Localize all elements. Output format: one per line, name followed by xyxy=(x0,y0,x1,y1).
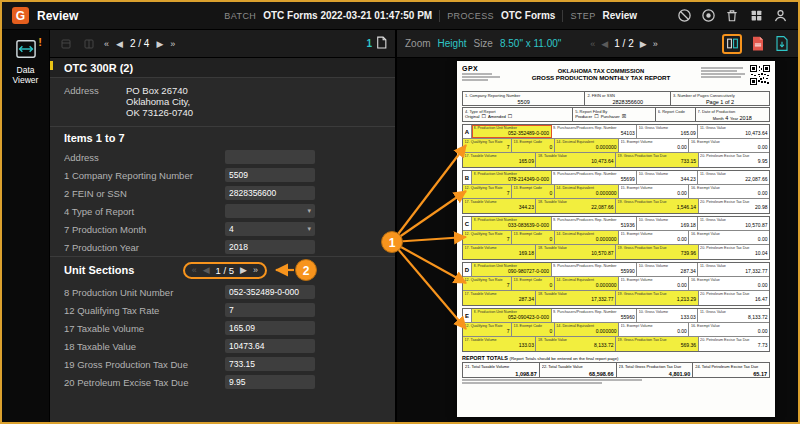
account-icon[interactable] xyxy=(772,8,788,24)
cell-rep-number: 9. Purchasers/Producers Rep. Number 5193… xyxy=(552,217,638,230)
cell-exempt-code[interactable]: 13. Exempt Code 0 xyxy=(512,185,555,198)
split-view-toggle[interactable] xyxy=(722,34,742,54)
grid-option-icon[interactable] xyxy=(81,36,97,52)
taxable-volume-field[interactable]: 165.09 xyxy=(225,321,315,335)
cell-gross-production-tax-due[interactable]: 19. Gross Production Tax Due 1,213.29 xyxy=(616,291,699,305)
batch-label: BATCH xyxy=(224,11,256,21)
type-of-report-select[interactable]: ▾ xyxy=(225,204,315,218)
app-logo[interactable]: G xyxy=(12,7,29,24)
cell-taxable-value[interactable]: 18. Taxable Value 22,087.66 xyxy=(536,199,616,213)
unit-prev-page-button[interactable]: ◀ xyxy=(203,265,210,275)
unit-next-page-button[interactable]: ▶ xyxy=(240,265,247,275)
production-unit-number-field[interactable]: 052-352489-0-000 xyxy=(225,285,315,299)
form-last-page-button[interactable]: » xyxy=(170,39,175,49)
report-totals: REPORT TOTALS (Report Totals should be e… xyxy=(462,355,770,384)
address-field[interactable] xyxy=(225,150,315,164)
cell-value: 8,133.72 xyxy=(700,314,768,320)
company-reporting-number-field[interactable]: 5509 xyxy=(225,168,315,182)
cell-value: 10,570.87 xyxy=(700,222,768,228)
cell-production-unit-number[interactable]: 8. Production Unit Number 052-090423-0-0… xyxy=(472,309,552,322)
viewer-prev-page-button[interactable]: ◀ xyxy=(601,39,608,49)
layout-option-icon[interactable] xyxy=(58,36,74,52)
cell-value: 133.03 xyxy=(639,314,696,320)
cell-decimal-equivalent[interactable]: 14. Decimal Equivalent 0.000000 xyxy=(555,231,619,244)
cell-qualifying-tax-rate[interactable]: 12. Qualifying Tax Rate 7 xyxy=(463,277,512,290)
cell-gross-value: 11. Gross Value 10,473.64 xyxy=(698,125,769,138)
cell-decimal-equivalent[interactable]: 14. Decimal Equivalent 0.000000 xyxy=(555,185,619,198)
cell-exempt-code[interactable]: 13. Exempt Code 0 xyxy=(512,277,555,290)
cell-gross-production-tax-due[interactable]: 19. Gross Production Tax Due 733.15 xyxy=(616,153,699,167)
cell-taxable-value[interactable]: 18. Taxable Value 8,133.72 xyxy=(536,337,616,351)
cell-qualifying-tax-rate[interactable]: 12. Qualifying Tax Rate 7 xyxy=(463,231,512,244)
document-count[interactable]: 1 xyxy=(366,36,387,51)
cell-exempt-code[interactable]: 13. Exempt Code 0 xyxy=(512,323,555,336)
cell-taxable-volume[interactable]: 17. Taxable Volume 344.23 xyxy=(463,199,536,213)
cell-value: 287.34 xyxy=(639,268,696,274)
cell-qualifying-tax-rate[interactable]: 12. Qualifying Tax Rate 7 xyxy=(463,323,512,336)
zoom-mode-select[interactable]: Height xyxy=(438,38,467,49)
cell-decimal-equivalent[interactable]: 14. Decimal Equivalent 0.000000 xyxy=(555,277,619,290)
sidebar-item-data-viewer[interactable]: ! Data Viewer xyxy=(2,36,49,88)
cell-exempt-code[interactable]: 13. Exempt Code 0 xyxy=(512,231,555,244)
field-value: 10473.64 xyxy=(229,341,311,351)
taxable-value-field[interactable]: 10473.64 xyxy=(225,339,315,353)
cell-production-unit-number[interactable]: 8. Production Unit Number 033-083639-0-0… xyxy=(472,217,552,230)
toolbar: « ◀ 2 / 4 ▶ » 1 Zoom Height Size xyxy=(50,30,798,58)
viewer-next-page-button[interactable]: ▶ xyxy=(640,39,647,49)
cell-taxable-volume[interactable]: 17. Taxable Volume 169.18 xyxy=(463,245,536,259)
production-year-field[interactable]: 2018 xyxy=(225,240,315,254)
fein-ssn-field[interactable]: 2828356600 xyxy=(225,186,315,200)
cell-gross-production-tax-due[interactable]: 19. Gross Production Tax Due 569.36 xyxy=(616,337,699,351)
form-first-page-button[interactable]: « xyxy=(104,39,109,49)
cell-value: 9.95 xyxy=(700,158,767,164)
cell-label: 11. Gross Value xyxy=(700,218,768,222)
report-section: E 8. Production Unit Number 052-090423-0… xyxy=(462,308,770,352)
petroleum-excise-tax-due-field[interactable]: 9.95 xyxy=(225,375,315,389)
doc-field-label: 5. Report Filed By xyxy=(575,109,653,114)
cell-value: 0.00 xyxy=(691,282,768,288)
cell-gross-production-tax-due[interactable]: 19. Gross Production Tax Due 739.96 xyxy=(616,245,699,259)
form-next-page-button[interactable]: ▶ xyxy=(156,39,163,49)
pdf-icon[interactable] xyxy=(750,36,766,52)
unit-last-page-button[interactable]: » xyxy=(253,265,258,275)
page-size-select[interactable]: 8.50" x 11.00" xyxy=(500,38,561,49)
viewer-last-page-button[interactable]: » xyxy=(653,39,658,49)
field-value: 2018 xyxy=(229,242,311,252)
viewer-first-page-button[interactable]: « xyxy=(590,39,595,49)
qualifying-tax-rate-field[interactable]: 7 xyxy=(225,303,315,317)
month-label: Month xyxy=(713,116,724,121)
cell-label: 20. Petroleum Excise Tax Due xyxy=(700,292,767,296)
unit-first-page-button[interactable]: « xyxy=(192,265,197,275)
ban-icon[interactable] xyxy=(676,8,692,24)
form-prev-page-button[interactable]: ◀ xyxy=(116,39,123,49)
cell-exempt-code[interactable]: 13. Exempt Code 0 xyxy=(512,139,555,152)
production-month-select[interactable]: 4 ▾ xyxy=(225,222,315,236)
cell-qualifying-tax-rate[interactable]: 12. Qualifying Tax Rate 7 xyxy=(463,139,512,152)
cell-taxable-volume[interactable]: 17. Taxable Volume 165.09 xyxy=(463,153,536,167)
gross-production-tax-due-field[interactable]: 733.15 xyxy=(225,357,315,371)
cell-label: 18. Taxable Value xyxy=(538,246,614,250)
record-icon[interactable] xyxy=(700,8,716,24)
tax-report-document[interactable]: GPX OKLAHOMA TAX COMMISSION GROSS PRODUC… xyxy=(457,61,775,417)
trash-icon[interactable] xyxy=(724,8,740,24)
cell-value: 0.00 xyxy=(621,144,687,150)
cell-taxable-volume[interactable]: 17. Taxable Volume 287.34 xyxy=(463,291,536,305)
cell-decimal-equivalent[interactable]: 14. Decimal Equivalent 0.000000 xyxy=(555,323,619,336)
cell-taxable-volume[interactable]: 17. Taxable Volume 133.03 xyxy=(463,337,536,351)
section-row: 17. Taxable Volume 287.34 18. Taxable Va… xyxy=(463,291,769,305)
download-icon[interactable] xyxy=(774,36,790,52)
cell-taxable-value[interactable]: 18. Taxable Value 17,332.77 xyxy=(536,291,616,305)
cell-exempt-value: 16. Exempt Value 0.00 xyxy=(689,323,769,336)
cell-taxable-value[interactable]: 18. Taxable Value 10,570.87 xyxy=(536,245,616,259)
cell-production-unit-number[interactable]: 8. Production Unit Number 052-352489-0-0… xyxy=(472,125,552,138)
cell-production-unit-number[interactable]: 8. Production Unit Number 078-214349-0-0… xyxy=(472,171,552,184)
cell-value: 0 xyxy=(513,282,552,288)
cell-gross-production-tax-due[interactable]: 19. Gross Production Tax Due 1,546.14 xyxy=(616,199,699,213)
apps-grid-icon[interactable] xyxy=(748,8,764,24)
cell-taxable-value[interactable]: 18. Taxable Value 10,473.64 xyxy=(536,153,616,167)
cell-decimal-equivalent[interactable]: 14. Decimal Equivalent 0.000000 xyxy=(555,139,619,152)
doc-field-report-code: 6. Report Code xyxy=(656,108,696,121)
cell-value: 344.23 xyxy=(639,176,696,182)
cell-qualifying-tax-rate[interactable]: 12. Qualifying Tax Rate 7 xyxy=(463,185,512,198)
cell-production-unit-number[interactable]: 8. Production Unit Number 090-980727-0-0… xyxy=(472,263,552,276)
